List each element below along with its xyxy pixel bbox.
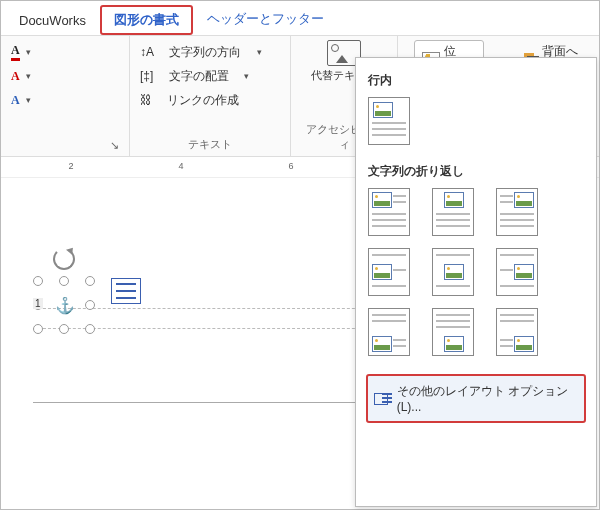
selected-shape[interactable]: ⚓ 1 (37, 248, 91, 330)
text-direction-button[interactable]: ↕A 文字列の方向 ▾ (140, 40, 280, 64)
rotate-handle-icon[interactable] (53, 248, 75, 270)
link-icon: ⛓ (140, 93, 152, 107)
position-top-center[interactable] (432, 188, 474, 236)
tab-header-footer[interactable]: ヘッダーとフッター (195, 4, 336, 35)
font-color-button[interactable]: A▾ (11, 40, 119, 64)
resize-handle[interactable] (85, 324, 95, 334)
position-middle-center[interactable] (432, 248, 474, 296)
position-middle-left[interactable] (368, 248, 410, 296)
position-inline-option[interactable] (368, 97, 410, 145)
resize-handle[interactable] (85, 276, 95, 286)
tab-shape-format[interactable]: 図形の書式 (100, 5, 193, 35)
align-icon: [‡] (140, 69, 153, 83)
position-bottom-center[interactable] (432, 308, 474, 356)
more-layout-options[interactable]: その他のレイアウト オプション(L)... (366, 374, 586, 423)
layout-options-icon (374, 392, 391, 406)
text-outline-button[interactable]: A▾ (11, 64, 119, 88)
text-direction-icon: ↕A (140, 45, 154, 59)
tab-docuworks[interactable]: DocuWorks (7, 7, 98, 35)
layout-options-icon[interactable] (111, 278, 141, 304)
resize-handle[interactable] (85, 300, 95, 310)
anchor-icon: ⚓ (55, 296, 75, 315)
text-align-button[interactable]: [‡] 文字の配置 ▾ (140, 64, 280, 88)
resize-handle[interactable] (59, 324, 69, 334)
position-top-left[interactable] (368, 188, 410, 236)
resize-handle[interactable] (59, 276, 69, 286)
position-top-right[interactable] (496, 188, 538, 236)
position-bottom-right[interactable] (496, 308, 538, 356)
ribbon-tabs: DocuWorks 図形の書式 ヘッダーとフッター (1, 1, 599, 36)
resize-handle[interactable] (33, 276, 43, 286)
group-label-text: テキスト (140, 135, 280, 154)
page-number: 1 (33, 298, 43, 309)
position-menu: 行内 文字列の折り返し その他のレイアウト オプション(L)... (355, 57, 597, 507)
resize-handle[interactable] (33, 324, 43, 334)
position-bottom-left[interactable] (368, 308, 410, 356)
text-effects-button[interactable]: A▾ (11, 88, 119, 112)
menu-heading-inline: 行内 (366, 66, 586, 97)
position-middle-right[interactable] (496, 248, 538, 296)
create-link-button[interactable]: ⛓ リンクの作成 (140, 88, 280, 112)
menu-heading-wrap: 文字列の折り返し (366, 157, 586, 188)
